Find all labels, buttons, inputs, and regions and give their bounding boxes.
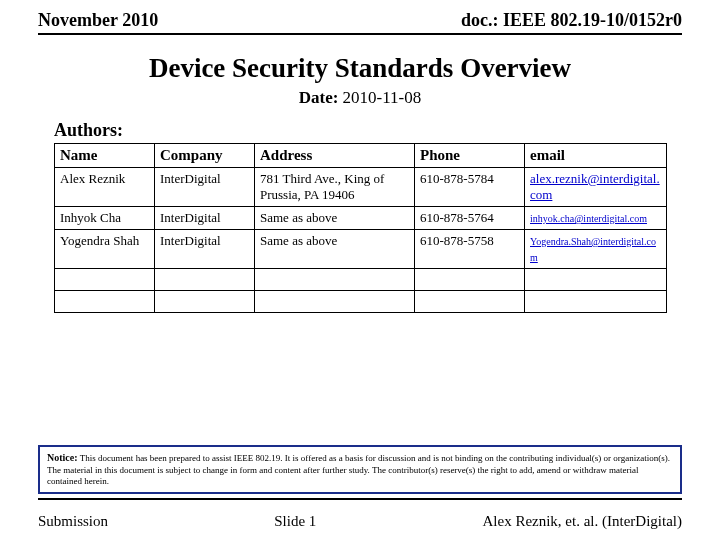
table-cell: 610-878-5764 [415,207,525,230]
email-link[interactable]: inhyok.cha@interdigital.com [530,213,647,224]
footer-left: Submission [38,513,108,530]
table-cell: InterDigital [155,207,255,230]
authors-table: Name Company Address Phone email Alex Re… [54,143,667,313]
col-phone: Phone [415,144,525,168]
table-cell [155,269,255,291]
header-docnum: doc.: IEEE 802.19-10/0152r0 [461,10,682,31]
table-row-empty [55,291,667,313]
table-cell: Inhyok Cha [55,207,155,230]
table-cell [255,269,415,291]
header-date: November 2010 [38,10,158,31]
email-link[interactable]: Yogendra.Shah@interdigital.com [530,236,656,263]
table-row: Alex ReznikInterDigital781 Third Ave., K… [55,168,667,207]
table-cell [55,291,155,313]
footer-right: Alex Reznik, et. al. (InterDigital) [482,513,682,530]
table-cell: Same as above [255,230,415,269]
table-row: Yogendra ShahInterDigitalSame as above61… [55,230,667,269]
table-cell [155,291,255,313]
table-cell [525,291,667,313]
notice-text: This document has been prepared to assis… [47,453,670,486]
col-email: email [525,144,667,168]
table-cell: 610-878-5758 [415,230,525,269]
table-cell-email: Yogendra.Shah@interdigital.com [525,230,667,269]
col-address: Address [255,144,415,168]
footer-rule [38,498,682,500]
email-link[interactable]: alex.reznik@interdigital.com [530,171,660,202]
notice-label: Notice: [47,452,78,463]
date-value: 2010-11-08 [338,88,421,107]
table-cell [415,269,525,291]
col-name: Name [55,144,155,168]
footer-center: Slide 1 [274,513,316,530]
table-cell: InterDigital [155,168,255,207]
table-cell [415,291,525,313]
table-row-empty [55,269,667,291]
notice-box: Notice: This document has been prepared … [38,445,682,494]
table-cell: Yogendra Shah [55,230,155,269]
table-cell: 610-878-5784 [415,168,525,207]
table-cell [55,269,155,291]
authors-label: Authors: [54,120,720,141]
page-title: Device Security Standards Overview [0,53,720,84]
col-company: Company [155,144,255,168]
table-cell [525,269,667,291]
table-cell: 781 Third Ave., King of Prussia, PA 1940… [255,168,415,207]
table-row: Inhyok ChaInterDigitalSame as above610-8… [55,207,667,230]
table-cell: Alex Reznik [55,168,155,207]
date-line: Date: 2010-11-08 [0,88,720,108]
table-cell-email: alex.reznik@interdigital.com [525,168,667,207]
table-cell-email: inhyok.cha@interdigital.com [525,207,667,230]
table-cell [255,291,415,313]
footer-bar: Submission Slide 1 Alex Reznik, et. al. … [38,513,682,530]
table-cell: Same as above [255,207,415,230]
table-header-row: Name Company Address Phone email [55,144,667,168]
header-bar: November 2010 doc.: IEEE 802.19-10/0152r… [0,0,720,33]
date-label: Date: [299,88,339,107]
header-rule [38,33,682,35]
table-cell: InterDigital [155,230,255,269]
